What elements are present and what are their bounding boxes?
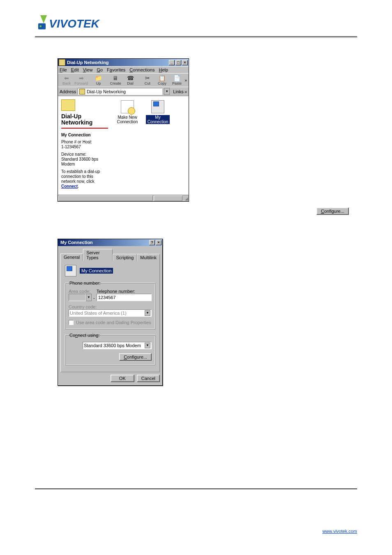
minimize-button[interactable]: _	[169, 60, 175, 65]
toolbar: ⬅ Back ➡ Forward 📁 Up 🖥 Create ☎ Dial	[58, 73, 189, 87]
back-arrow-icon: ⬅	[62, 75, 71, 81]
paste-icon: 📄	[173, 75, 181, 81]
my-connection-icon[interactable]: My Connection	[146, 100, 170, 124]
area-code-label: Area code:	[69, 289, 92, 294]
address-label: Address	[60, 89, 76, 94]
footer-divider	[35, 488, 357, 489]
svg-marker-0	[40, 15, 47, 23]
svg-rect-1	[38, 23, 46, 30]
explorer-content: Dial-Up Networking My Connection Phone #…	[58, 96, 189, 195]
tab-strip: General Server Types Scripting Multilink	[58, 246, 162, 260]
connect-hint: To establish a dial-up connection to thi…	[61, 169, 108, 189]
window-title: Dial-Up Networking	[67, 60, 169, 65]
menu-file[interactable]: File	[60, 67, 67, 72]
toolbar-dial[interactable]: ☎ Dial	[123, 75, 137, 85]
resize-grip-icon[interactable]: ◢	[183, 195, 189, 201]
connection-modem-icon	[151, 100, 164, 113]
tab-general[interactable]: General	[60, 253, 83, 261]
address-field[interactable]: Dial-Up Networking	[78, 88, 162, 95]
connect-using-group: Connect using: Standard 33600 bps Modem …	[65, 333, 155, 365]
menu-view[interactable]: View	[83, 67, 93, 72]
use-area-code-checkbox[interactable]	[69, 320, 74, 325]
dialog-title: My Connection	[59, 240, 149, 245]
create-icon: 🖥	[111, 75, 120, 81]
toolbar-up[interactable]: 📁 Up	[92, 75, 106, 85]
chevron-down-icon[interactable]: ▼	[145, 343, 150, 348]
toolbar-create[interactable]: 🖥 Create	[108, 75, 122, 85]
up-folder-icon: 📁	[94, 75, 102, 81]
address-bar: Address Dial-Up Networking ▼ Links»	[58, 87, 189, 96]
tab-panel-general: My Connection Phone number: Area code: ▼…	[60, 260, 160, 372]
header-divider	[35, 36, 357, 38]
make-new-connection-icon[interactable]: Make New Connection	[115, 100, 139, 124]
country-code-label: Country code:	[69, 304, 97, 309]
toolbar-back: ⬅ Back	[60, 75, 74, 85]
phone-group-legend: Phone number:	[69, 281, 101, 286]
toolbar-copy[interactable]: 📋 Copy	[155, 75, 169, 85]
telephone-input[interactable]	[97, 294, 152, 301]
device-info: Device name: Standard 33600 bps Modem	[61, 152, 108, 167]
ok-button[interactable]: OK	[111, 375, 134, 382]
menubar: File Edit View Go Favorites Connections …	[58, 66, 189, 73]
help-button[interactable]: ?	[149, 240, 155, 245]
dial-icon: ☎	[126, 75, 134, 81]
toolbar-forward: ➡ Forward	[74, 75, 88, 85]
menu-connections[interactable]: Connections	[129, 67, 154, 72]
connect-group-legend: Connect using:	[69, 333, 100, 338]
country-code-select: United States of America (1) ▼	[69, 309, 152, 317]
panel-title: Dial-Up Networking	[61, 113, 108, 129]
new-connection-icon	[121, 100, 134, 113]
telephone-label: Telephone number:	[97, 289, 152, 294]
cut-icon: ✂	[143, 75, 152, 81]
address-value: Dial-Up Networking	[87, 89, 126, 94]
toolbar-overflow[interactable]: »	[184, 78, 187, 83]
tab-scripting[interactable]: Scripting	[113, 254, 137, 261]
titlebar[interactable]: Dial-Up Networking _ □ ×	[58, 59, 189, 66]
copy-icon: 📋	[158, 75, 166, 81]
modem-icon	[65, 265, 76, 276]
menu-go[interactable]: Go	[97, 67, 103, 72]
toolbar-paste[interactable]: 📄 Paste	[170, 75, 184, 85]
configure-label: onfigure...	[324, 209, 344, 214]
toolbar-cut[interactable]: ✂ Cut	[141, 75, 154, 85]
tab-server-types[interactable]: Server Types	[83, 249, 113, 261]
address-dropdown[interactable]: ▼	[164, 88, 170, 95]
large-folder-icon	[61, 99, 75, 111]
connect-link[interactable]: Connect	[61, 184, 78, 189]
brand-logo: VIVOTEK	[35, 12, 357, 33]
menu-help[interactable]: Help	[159, 67, 168, 72]
menu-edit[interactable]: Edit	[71, 67, 79, 72]
footer-link[interactable]: www.vivotek.com	[323, 529, 357, 534]
folder-icon	[59, 59, 65, 66]
forward-arrow-icon: ➡	[77, 75, 85, 81]
cancel-button[interactable]: Cancel	[137, 375, 160, 382]
modem-small-icon	[69, 341, 79, 350]
phone-info: Phone # or Host: 1-1234567	[61, 140, 108, 150]
statusbar: ◢	[58, 195, 189, 201]
svg-text:VIVOTEK: VIVOTEK	[49, 17, 100, 30]
connection-name[interactable]: My Connection	[80, 268, 113, 274]
modem-select[interactable]: Standard 33600 bps Modem ▼	[83, 342, 152, 349]
use-area-code-label: Use area code and Dialing Properties	[76, 320, 151, 325]
phone-number-group: Phone number: Area code: ▼ - Telephone n…	[65, 281, 155, 329]
links-bar[interactable]: Links»	[173, 89, 187, 94]
chevron-down-icon: ▼	[145, 310, 150, 316]
close-button[interactable]: ×	[182, 60, 188, 65]
configure-button-floating[interactable]: Configure...	[316, 207, 349, 215]
tab-multilink[interactable]: Multilink	[137, 254, 160, 261]
maximize-button[interactable]: □	[175, 60, 181, 65]
dialog-titlebar[interactable]: My Connection ? ×	[58, 239, 162, 246]
dialog-close-button[interactable]: ×	[156, 240, 161, 245]
my-connection-dialog: My Connection ? × General Server Types S…	[58, 239, 163, 386]
menu-favorites[interactable]: Favorites	[107, 67, 125, 72]
selected-item-name: My Connection	[61, 133, 108, 137]
dialup-networking-window: Dial-Up Networking _ □ × File Edit View …	[58, 58, 189, 202]
info-panel: Dial-Up Networking My Connection Phone #…	[58, 96, 111, 195]
folder-small-icon	[79, 89, 85, 94]
area-code-dropdown: ▼	[86, 294, 92, 301]
configure-button[interactable]: Configure...	[119, 353, 152, 361]
svg-point-2	[39, 25, 42, 28]
area-code-input	[69, 294, 86, 301]
